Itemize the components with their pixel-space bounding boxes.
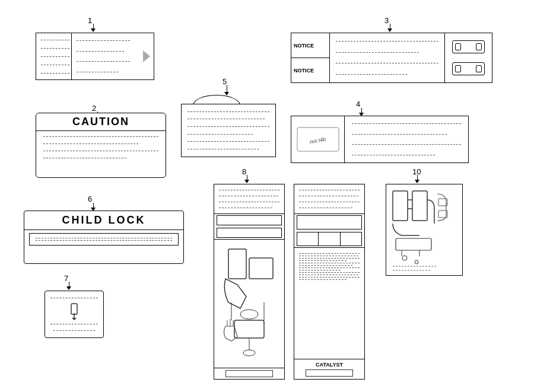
dash (43, 158, 126, 158)
dash (352, 144, 461, 145)
dash (50, 298, 98, 298)
arrow-6 (91, 203, 96, 211)
arrow-7 (66, 282, 71, 290)
dash (299, 270, 341, 270)
label-9-box2 (297, 232, 362, 246)
dash (299, 265, 352, 266)
svg-rect-13 (396, 238, 431, 250)
label-9-col3 (341, 232, 361, 246)
arrow-4 (359, 108, 364, 116)
dash (299, 279, 347, 280)
dash (299, 272, 360, 273)
catalyst-text: CATALYST (297, 362, 362, 368)
label-1-left (36, 33, 72, 79)
dash (53, 330, 95, 331)
label-8-engine-svg (217, 243, 282, 362)
dash (43, 144, 138, 144)
label-9-bottom-box (306, 369, 353, 377)
label-8-bottom-box (225, 370, 273, 377)
label-1-right (72, 33, 154, 79)
dash (219, 202, 279, 202)
dash (77, 61, 130, 62)
dash (41, 65, 69, 65)
label-9-col2 (319, 232, 340, 246)
connector-top (452, 40, 485, 53)
arrow-3 (387, 24, 392, 32)
dash (41, 56, 69, 57)
label-7 (44, 291, 104, 338)
notice-text-section (330, 33, 444, 82)
label-8-box2 (217, 228, 282, 238)
notice-2: NOTICE (291, 58, 329, 82)
label-9-catalyst: CATALYST (294, 184, 365, 380)
dash (299, 190, 360, 190)
dash (187, 134, 253, 135)
svg-rect-2 (71, 304, 77, 314)
label-10-diagram (390, 188, 460, 273)
dash (299, 277, 360, 278)
childlock-header: CHILD LOCK (24, 211, 183, 230)
label-9-text-area (294, 247, 364, 359)
notice-1: NOTICE (291, 33, 329, 58)
dash (41, 40, 69, 40)
label-6-childlock: CHILD LOCK (24, 211, 184, 264)
dash (299, 208, 352, 208)
label-4-text (345, 116, 468, 162)
dash (299, 196, 358, 196)
dash (43, 136, 158, 137)
svg-rect-6 (249, 258, 273, 279)
dash (36, 238, 172, 238)
svg-rect-12 (412, 191, 427, 221)
svg-point-7 (240, 310, 258, 319)
dash (41, 73, 69, 74)
arrow-1 (91, 24, 96, 32)
svg-rect-11 (393, 191, 408, 221)
dash (187, 126, 269, 127)
dash (219, 208, 272, 208)
dash (50, 324, 98, 324)
dash (77, 72, 118, 72)
label-9-catalyst-label: CATALYST (294, 359, 364, 379)
arrow-10 (415, 175, 419, 183)
dash (299, 267, 360, 268)
dash (336, 52, 419, 53)
label-8 (214, 184, 285, 380)
label-7-icon (65, 302, 83, 320)
dash (43, 151, 158, 151)
dash (336, 63, 438, 63)
svg-point-15 (415, 260, 418, 264)
arrow-5 (224, 85, 229, 95)
label-9-box1 (297, 215, 362, 230)
svg-point-10 (243, 350, 255, 356)
notice-connector-section (444, 33, 492, 82)
notice-column: NOTICE NOTICE (291, 33, 330, 82)
dash (352, 134, 447, 135)
dash (187, 149, 259, 149)
label-8-bottom-bar (214, 368, 284, 379)
dash (299, 253, 360, 254)
svg-point-14 (402, 256, 407, 260)
label-9-top (294, 184, 364, 214)
connector-bottom (452, 62, 485, 75)
label-3-notice: NOTICE NOTICE (291, 33, 492, 83)
label-10 (386, 184, 463, 276)
dash (336, 41, 438, 42)
dash (299, 263, 360, 263)
dash (352, 123, 461, 124)
dash (41, 48, 69, 49)
label-number-6: 6 (88, 195, 92, 203)
svg-text:not t4b: not t4b (309, 136, 326, 145)
label-4: not t4b (291, 116, 469, 163)
dash (352, 155, 435, 155)
label-8-top (214, 184, 284, 214)
dash (299, 258, 360, 259)
dash (219, 196, 278, 196)
label-4-image: not t4b (291, 116, 345, 162)
svg-marker-4 (72, 318, 77, 320)
label-8-box1 (217, 215, 282, 225)
label-2-caution: CAUTION (36, 113, 166, 178)
caution-content (36, 131, 166, 164)
dash (299, 275, 358, 275)
dash (219, 190, 279, 190)
childlock-content (29, 233, 179, 246)
